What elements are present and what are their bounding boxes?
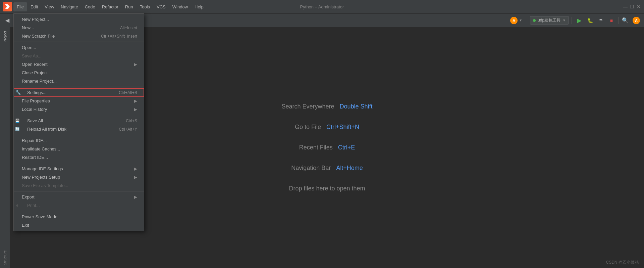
menu-item-reload-all[interactable]: 🔄 Reload All from Disk Ctrl+Alt+Y bbox=[14, 125, 144, 133]
menu-item-restart-ide[interactable]: Restart IDE... bbox=[14, 153, 144, 162]
menu-item-new-scratch[interactable]: New Scratch File Ctrl+Alt+Shift+Insert bbox=[14, 32, 144, 40]
file-properties-arrow: ▶ bbox=[134, 98, 137, 103]
manage-ide-settings-label: Manage IDE Settings bbox=[22, 166, 63, 171]
new-projects-setup-label: New Projects Setup bbox=[22, 175, 60, 180]
menu-item-export[interactable]: Export ▶ bbox=[14, 193, 144, 201]
search-button[interactable]: 🔍 bbox=[621, 16, 630, 25]
sidebar-tab-structure[interactable]: Structure bbox=[2, 248, 8, 268]
app-logo bbox=[3, 2, 12, 11]
menu-item-new-projects-setup[interactable]: New Projects Setup ▶ bbox=[14, 173, 144, 181]
save-all-label: Save All bbox=[27, 118, 43, 123]
open-recent-arrow: ▶ bbox=[134, 62, 137, 67]
menu-view[interactable]: View bbox=[41, 2, 57, 11]
menu-item-save-all[interactable]: 💾 Save All Ctrl+S bbox=[14, 117, 144, 125]
menu-help[interactable]: Help bbox=[191, 2, 207, 11]
project-dot bbox=[533, 19, 536, 22]
chevron-down-icon: ▼ bbox=[519, 18, 522, 22]
project-combo[interactable]: udp发包工具 ▼ bbox=[530, 16, 569, 25]
menu-navigate[interactable]: Navigate bbox=[57, 2, 81, 11]
menu-item-exit[interactable]: Exit bbox=[14, 221, 144, 229]
reload-all-shortcut: Ctrl+Alt+Y bbox=[119, 127, 137, 132]
maximize-button[interactable]: ❐ bbox=[629, 4, 635, 9]
menu-window[interactable]: Window bbox=[169, 2, 191, 11]
menu-item-invalidate-caches[interactable]: Invalidate Caches... bbox=[14, 145, 144, 153]
user-account-area[interactable]: A ▼ bbox=[508, 16, 524, 25]
menu-item-power-save-mode[interactable]: Power Save Mode bbox=[14, 213, 144, 221]
toolbar-divider2 bbox=[527, 17, 527, 24]
settings-shortcut: Ctrl+Alt+S bbox=[119, 90, 137, 95]
menu-item-save-as: Save As... bbox=[14, 52, 144, 60]
stop-button[interactable]: ■ bbox=[607, 16, 616, 25]
rename-project-label: Rename Project... bbox=[22, 79, 57, 84]
menu-tools[interactable]: Tools bbox=[137, 2, 153, 11]
run-button[interactable]: ▶ bbox=[575, 16, 584, 25]
save-as-label: Save As... bbox=[22, 53, 42, 58]
recent-files-hint: Recent Files Ctrl+E bbox=[299, 144, 355, 151]
divider5 bbox=[14, 163, 144, 163]
menu-item-manage-ide-settings[interactable]: Manage IDE Settings ▶ bbox=[14, 165, 144, 173]
go-to-file-hint: Go to File Ctrl+Shift+N bbox=[295, 124, 359, 131]
menu-item-close-project[interactable]: Close Project bbox=[14, 69, 144, 77]
exit-label: Exit bbox=[22, 223, 29, 228]
save-all-icon: 💾 bbox=[15, 119, 20, 123]
sidebar-tab-project[interactable]: Project bbox=[2, 28, 8, 45]
save-all-shortcut: Ctrl+S bbox=[126, 119, 137, 123]
settings-icon: 🔧 bbox=[15, 90, 21, 95]
navigation-bar-hint: Navigation Bar Alt+Home bbox=[291, 165, 363, 172]
minimize-button[interactable]: — bbox=[623, 4, 628, 9]
left-sidebar: Project Structure bbox=[0, 27, 10, 268]
go-to-file-key: Ctrl+Shift+N bbox=[326, 124, 359, 131]
menu-file[interactable]: File bbox=[13, 2, 27, 11]
menu-item-rename-project[interactable]: Rename Project... bbox=[14, 77, 144, 85]
menu-item-new-project[interactable]: New Project... bbox=[14, 15, 144, 24]
drop-hint: Drop files here to open them bbox=[289, 185, 365, 192]
new-projects-setup-arrow: ▶ bbox=[134, 175, 137, 180]
menu-item-open[interactable]: Open... bbox=[14, 43, 144, 52]
title-bar-left: File Edit View Navigate Code Refactor Ru… bbox=[3, 2, 207, 11]
local-history-label: Local History bbox=[22, 107, 47, 112]
divider2 bbox=[14, 87, 144, 87]
navigation-bar-key: Alt+Home bbox=[336, 165, 363, 172]
coverage-button[interactable]: ☂ bbox=[596, 16, 605, 25]
menu-refactor[interactable]: Refactor bbox=[99, 2, 122, 11]
export-arrow: ▶ bbox=[134, 194, 137, 199]
menu-edit[interactable]: Edit bbox=[27, 2, 41, 11]
manage-ide-settings-arrow: ▶ bbox=[134, 166, 137, 171]
file-menu-dropdown: New Project... New... Alt+Insert New Scr… bbox=[13, 13, 144, 231]
back-button[interactable]: ◀ bbox=[3, 16, 12, 25]
menu-item-file-properties[interactable]: File Properties ▶ bbox=[14, 97, 144, 105]
menu-item-repair-ide[interactable]: Repair IDE... bbox=[14, 136, 144, 145]
search-everywhere-key: Double Shift bbox=[340, 103, 373, 110]
app-title: Python – Administrator bbox=[300, 4, 344, 9]
save-file-template-label: Save File as Template... bbox=[22, 183, 68, 188]
search-everywhere-label: Search Everywhere bbox=[281, 103, 334, 110]
divider6 bbox=[14, 191, 144, 191]
debug-button[interactable]: 🐛 bbox=[585, 16, 595, 25]
print-icon: 🖨 bbox=[15, 204, 19, 208]
file-properties-label: File Properties bbox=[22, 98, 50, 103]
go-to-file-label: Go to File bbox=[295, 124, 321, 131]
restart-ide-label: Restart IDE... bbox=[22, 155, 48, 160]
menu-vcs[interactable]: VCS bbox=[153, 2, 169, 11]
new-label: New... bbox=[22, 25, 34, 30]
menu-run[interactable]: Run bbox=[122, 2, 137, 11]
divider3 bbox=[14, 115, 144, 115]
user-avatar-2[interactable]: A bbox=[633, 17, 640, 24]
menu-item-new[interactable]: New... Alt+Insert bbox=[14, 24, 144, 32]
recent-files-label: Recent Files bbox=[299, 144, 333, 151]
new-scratch-shortcut: Ctrl+Alt+Shift+Insert bbox=[101, 34, 137, 39]
menu-code[interactable]: Code bbox=[82, 2, 99, 11]
export-label: Export bbox=[22, 194, 35, 199]
navigation-bar-label: Navigation Bar bbox=[291, 165, 331, 172]
menu-item-open-recent[interactable]: Open Recent ▶ bbox=[14, 60, 144, 69]
toolbar-divider4 bbox=[618, 17, 619, 24]
recent-files-key: Ctrl+E bbox=[338, 144, 355, 151]
menu-item-settings[interactable]: 🔧 Settings... Ctrl+Alt+S bbox=[14, 88, 144, 97]
menu-item-local-history[interactable]: Local History ▶ bbox=[14, 105, 144, 114]
print-label: Print... bbox=[27, 203, 40, 208]
close-button[interactable]: ✕ bbox=[636, 4, 641, 9]
close-project-label: Close Project bbox=[22, 70, 48, 75]
search-everywhere-hint: Search Everywhere Double Shift bbox=[281, 103, 372, 110]
menu-bar: File Edit View Navigate Code Refactor Ru… bbox=[13, 2, 207, 11]
new-scratch-label: New Scratch File bbox=[22, 34, 55, 39]
